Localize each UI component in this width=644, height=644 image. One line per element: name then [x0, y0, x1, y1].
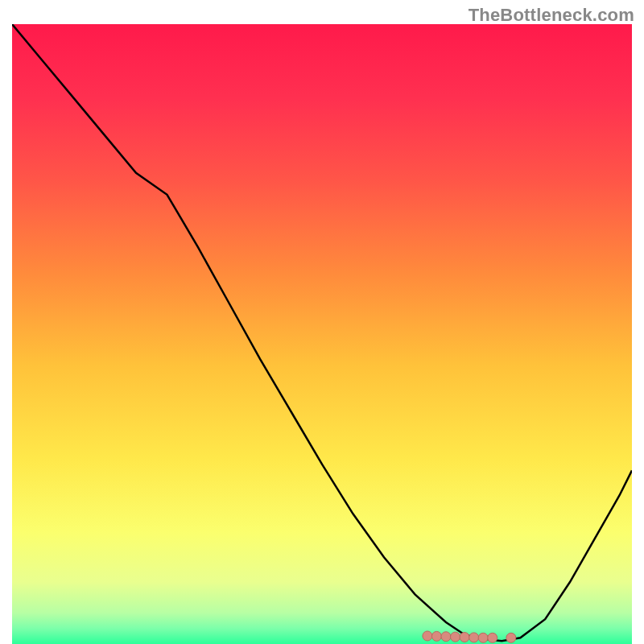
bottleneck-chart — [12, 24, 632, 644]
marker-dot — [431, 631, 441, 641]
gradient-background — [12, 24, 632, 644]
marker-dot — [506, 633, 516, 642]
marker-dot — [488, 633, 497, 642]
marker-dot — [469, 633, 479, 642]
marker-dot — [451, 632, 460, 642]
marker-dot — [423, 631, 432, 641]
watermark-text: TheBottleneck.com — [469, 5, 634, 26]
marker-dot — [478, 633, 488, 642]
marker-dot — [460, 633, 469, 642]
marker-dot — [441, 632, 451, 642]
chart-container — [12, 24, 632, 644]
